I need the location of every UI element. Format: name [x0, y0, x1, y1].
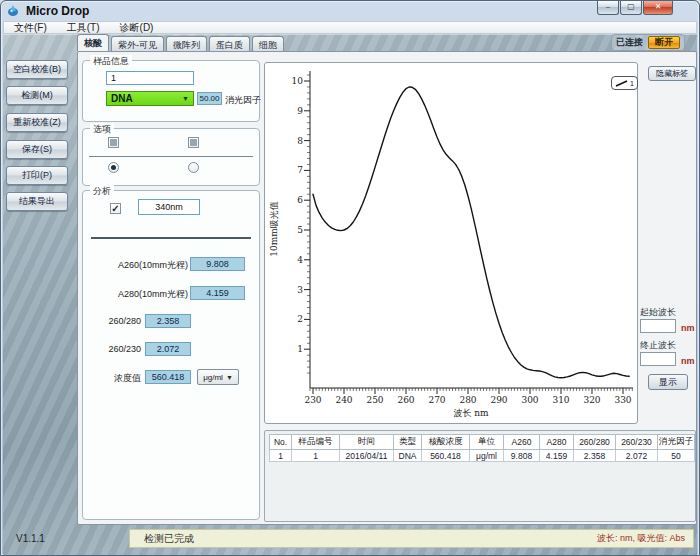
maximize-button[interactable]: ▢ — [620, 1, 642, 15]
svg-text:3: 3 — [297, 285, 303, 295]
hide-label-button[interactable]: 隐藏标签 — [648, 66, 696, 81]
extra-wavelength-input[interactable] — [138, 199, 200, 215]
svg-text:250: 250 — [366, 395, 383, 405]
client-area: 核酸紫外-可见微阵列蛋白质细胞 已连接 断开 空白校准(B)检测(M)重新校准(… — [3, 34, 697, 555]
spectrum-curve — [313, 87, 629, 378]
table-cell: μg/ml — [470, 450, 504, 462]
sidebar-button-print[interactable]: 打印(P) — [6, 166, 68, 185]
table-cell: 2.358 — [574, 450, 616, 462]
tab-protein[interactable]: 蛋白质 — [209, 36, 250, 51]
tab-strip: 核酸紫外-可见微阵列蛋白质细胞 — [77, 34, 286, 51]
checkbox-fill-icon — [110, 139, 117, 146]
end-wavelength-input[interactable] — [640, 352, 676, 366]
a260-label: A260(10mm光程) — [89, 259, 188, 272]
concentration-label: 浓度值 — [89, 372, 141, 385]
svg-text:10: 10 — [292, 76, 304, 86]
sample-id-input[interactable] — [106, 71, 194, 85]
svg-text:320: 320 — [583, 395, 600, 405]
status-message: 检测已完成 — [144, 532, 194, 546]
svg-text:4: 4 — [297, 255, 303, 265]
sidebar-button-save[interactable]: 保存(S) — [6, 140, 68, 159]
table-cell: 1 — [292, 450, 340, 462]
svg-text:1: 1 — [297, 344, 303, 354]
results-col-header: 单位 — [470, 435, 504, 450]
spectrum-plot: 2302402502602702802903003103203301234567… — [265, 63, 637, 423]
window-controls: – ▢ ✕ — [596, 1, 673, 15]
start-unit-label: nm — [681, 323, 695, 333]
sidebar-button-measure[interactable]: 检测(M) — [6, 86, 68, 105]
results-col-header: No. — [270, 435, 292, 450]
results-col-header: 260/230 — [616, 435, 658, 450]
option-checkbox-1[interactable] — [108, 137, 119, 148]
analysis-separator — [91, 237, 251, 239]
results-table-body: 112016/04/11DNA560.418μg/ml9.8084.1592.3… — [270, 450, 695, 462]
tab-uv-vis[interactable]: 紫外-可见 — [111, 36, 164, 51]
sidebar-button-export-results[interactable]: 结果导出 — [6, 192, 68, 211]
results-col-header: A260 — [504, 435, 540, 450]
results-col-header: 样品编号 — [292, 435, 340, 450]
tab-nucleic-acid[interactable]: 核酸 — [77, 34, 109, 51]
app-window: Micro Drop – ▢ ✕ 文件(F)工具(T)诊断(D) 核酸紫外-可见… — [0, 0, 700, 556]
start-wavelength-input[interactable] — [640, 319, 676, 333]
sample-type-dropdown[interactable]: DNA ▼ — [106, 91, 194, 106]
svg-text:240: 240 — [335, 395, 352, 405]
chevron-down-icon: ▼ — [226, 374, 233, 381]
tab-microarray[interactable]: 微阵列 — [166, 36, 207, 51]
close-button[interactable]: ✕ — [643, 1, 673, 15]
svg-text:9: 9 — [297, 106, 303, 116]
concentration-unit-dropdown[interactable]: μg/ml ▼ — [197, 369, 239, 385]
a280-label: A280(10mm光程) — [89, 288, 188, 301]
menu-bar: 文件(F)工具(T)诊断(D) — [3, 21, 697, 34]
option-checkbox-2[interactable] — [188, 137, 199, 148]
tab-page-nucleic-acid: 样品信息 DNA ▼ 50.00 消光因子 选项 分析 — [77, 51, 697, 525]
ratio-260-230-label: 260/230 — [89, 344, 141, 354]
extra-wavelength-checkbox[interactable]: ✓ — [110, 203, 121, 214]
option-radio-2[interactable] — [188, 162, 199, 173]
end-wavelength-label: 终止波长 — [640, 339, 676, 352]
app-icon — [7, 5, 21, 17]
table-row[interactable]: 112016/04/11DNA560.418μg/ml9.8084.1592.3… — [270, 450, 695, 462]
menu-item-diagnosis[interactable]: 诊断(D) — [110, 21, 164, 35]
results-col-header: 时间 — [340, 435, 394, 450]
legend-series-number: 1 — [630, 80, 634, 87]
concentration-value: 560.418 — [145, 370, 191, 384]
menu-item-file[interactable]: 文件(F) — [4, 21, 57, 35]
table-cell: 560.418 — [422, 450, 470, 462]
svg-text:330: 330 — [614, 395, 631, 405]
ratio-260-280-label: 260/280 — [89, 316, 141, 326]
legend-series-icon: 1 — [614, 78, 636, 88]
series-legend-button[interactable]: 1 — [611, 76, 638, 90]
start-wavelength-label: 起始波长 — [640, 306, 676, 319]
results-table-panel: No.样品编号时间类型核酸浓度单位A260A280260/280260/230消… — [264, 430, 696, 522]
svg-text:310: 310 — [552, 395, 569, 405]
results-col-header: 260/280 — [574, 435, 616, 450]
checkbox-fill-icon — [190, 139, 197, 146]
title-bar[interactable]: Micro Drop – ▢ ✕ — [1, 1, 699, 21]
svg-text:8: 8 — [297, 136, 303, 146]
minimize-button[interactable]: – — [597, 1, 619, 15]
options-title: 选项 — [90, 123, 114, 136]
window-title: Micro Drop — [26, 4, 89, 18]
ratio-260-280-value: 2.358 — [145, 314, 191, 328]
extinction-factor-field[interactable]: 50.00 — [197, 92, 222, 105]
ratio-260-230-value: 2.072 — [145, 342, 191, 356]
sidebar-button-recalibrate[interactable]: 重新校准(Z) — [6, 113, 68, 132]
sidebar-button-blank-calibration[interactable]: 空白校准(B) — [6, 60, 68, 79]
extinction-factor-label: 消光因子 — [225, 94, 261, 107]
results-col-header: A280 — [540, 435, 574, 450]
chart-side-controls: 隐藏标签 起始波长 nm 终止波长 nm 显示 — [640, 62, 696, 424]
show-button[interactable]: 显示 — [648, 374, 688, 390]
option-radio-1[interactable] — [108, 162, 119, 173]
a260-value: 9.808 — [190, 257, 245, 271]
spectrum-chart-panel: 2302402502602702802903003103203301234567… — [264, 62, 638, 424]
table-cell: 2.072 — [616, 450, 658, 462]
tab-cell[interactable]: 细胞 — [252, 36, 284, 51]
results-table-head-row: No.样品编号时间类型核酸浓度单位A260A280260/280260/230消… — [270, 435, 695, 450]
table-cell: 1 — [270, 450, 292, 462]
disconnect-button[interactable]: 断开 — [648, 36, 680, 49]
results-table: No.样品编号时间类型核酸浓度单位A260A280260/280260/230消… — [269, 434, 695, 462]
svg-text:7: 7 — [297, 165, 303, 175]
svg-text:270: 270 — [428, 395, 445, 405]
menu-item-tools[interactable]: 工具(T) — [57, 21, 110, 35]
table-cell: DNA — [394, 450, 422, 462]
